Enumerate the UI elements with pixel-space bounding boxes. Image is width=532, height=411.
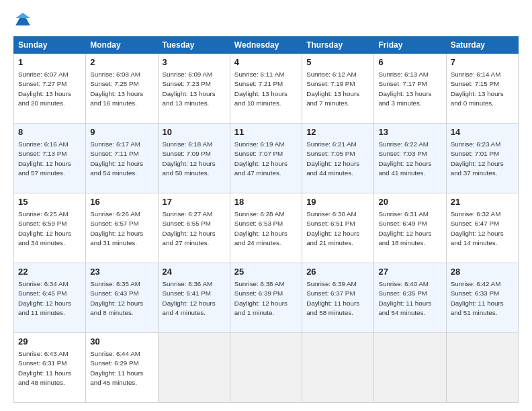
calendar-week-3: 15Sunrise: 6:25 AMSunset: 6:59 PMDayligh… — [14, 193, 519, 263]
day-info: Sunrise: 6:19 AMSunset: 7:07 PMDaylight:… — [234, 140, 287, 177]
day-number: 19 — [306, 196, 369, 209]
calendar-cell: 8Sunrise: 6:16 AMSunset: 7:13 PMDaylight… — [14, 124, 86, 193]
day-header-wednesday: Wednesday — [230, 37, 302, 54]
calendar-cell: 26Sunrise: 6:39 AMSunset: 6:37 PMDayligh… — [302, 263, 374, 333]
day-info: Sunrise: 6:23 AMSunset: 7:01 PMDaylight:… — [451, 140, 504, 177]
logo — [13, 11, 35, 30]
calendar-cell: 14Sunrise: 6:23 AMSunset: 7:01 PMDayligh… — [446, 124, 518, 193]
calendar-cell: 22Sunrise: 6:34 AMSunset: 6:45 PMDayligh… — [14, 263, 86, 333]
calendar-cell — [374, 333, 446, 403]
calendar-cell: 16Sunrise: 6:26 AMSunset: 6:57 PMDayligh… — [86, 193, 158, 263]
day-info: Sunrise: 6:40 AMSunset: 6:35 PMDaylight:… — [378, 280, 431, 317]
page: SundayMondayTuesdayWednesdayThursdayFrid… — [0, 0, 532, 411]
day-number: 25 — [234, 266, 298, 279]
day-number: 28 — [451, 266, 514, 279]
calendar-cell: 1Sunrise: 6:07 AMSunset: 7:27 PMDaylight… — [14, 54, 86, 124]
day-number: 24 — [163, 266, 226, 279]
day-number: 1 — [18, 56, 81, 69]
calendar-cell — [158, 333, 230, 403]
day-info: Sunrise: 6:17 AMSunset: 7:11 PMDaylight:… — [90, 140, 143, 177]
calendar-cell: 7Sunrise: 6:14 AMSunset: 7:15 PMDaylight… — [446, 54, 518, 124]
calendar-cell: 15Sunrise: 6:25 AMSunset: 6:59 PMDayligh… — [14, 193, 86, 263]
day-info: Sunrise: 6:39 AMSunset: 6:37 PMDaylight:… — [306, 280, 359, 317]
day-number: 26 — [306, 266, 369, 279]
day-info: Sunrise: 6:34 AMSunset: 6:45 PMDaylight:… — [18, 280, 71, 317]
calendar-cell: 13Sunrise: 6:22 AMSunset: 7:03 PMDayligh… — [374, 124, 446, 193]
calendar-cell: 5Sunrise: 6:12 AMSunset: 7:19 PMDaylight… — [302, 54, 374, 124]
calendar-cell: 12Sunrise: 6:21 AMSunset: 7:05 PMDayligh… — [302, 124, 374, 193]
calendar-cell — [302, 333, 374, 403]
day-info: Sunrise: 6:21 AMSunset: 7:05 PMDaylight:… — [306, 140, 359, 177]
day-number: 13 — [378, 126, 441, 139]
day-info: Sunrise: 6:13 AMSunset: 7:17 PMDaylight:… — [378, 71, 431, 107]
day-info: Sunrise: 6:16 AMSunset: 7:13 PMDaylight:… — [18, 140, 71, 177]
day-number: 12 — [306, 126, 369, 139]
svg-rect-1 — [19, 19, 27, 25]
day-header-friday: Friday — [374, 37, 446, 54]
calendar-cell: 28Sunrise: 6:42 AMSunset: 6:33 PMDayligh… — [446, 263, 518, 333]
calendar-week-2: 8Sunrise: 6:16 AMSunset: 7:13 PMDaylight… — [14, 124, 519, 193]
calendar-cell: 25Sunrise: 6:38 AMSunset: 6:39 PMDayligh… — [230, 263, 302, 333]
calendar-cell: 10Sunrise: 6:18 AMSunset: 7:09 PMDayligh… — [158, 124, 230, 193]
day-info: Sunrise: 6:25 AMSunset: 6:59 PMDaylight:… — [18, 210, 71, 247]
day-header-tuesday: Tuesday — [158, 37, 230, 54]
day-info: Sunrise: 6:22 AMSunset: 7:03 PMDaylight:… — [378, 140, 431, 177]
day-number: 3 — [163, 56, 226, 69]
calendar-cell: 30Sunrise: 6:44 AMSunset: 6:29 PMDayligh… — [86, 333, 158, 403]
day-info: Sunrise: 6:44 AMSunset: 6:29 PMDaylight:… — [90, 350, 143, 387]
day-number: 8 — [18, 126, 81, 139]
logo-icon — [13, 11, 32, 30]
day-info: Sunrise: 6:11 AMSunset: 7:21 PMDaylight:… — [234, 71, 287, 107]
calendar-cell: 21Sunrise: 6:32 AMSunset: 6:47 PMDayligh… — [446, 193, 518, 263]
day-info: Sunrise: 6:12 AMSunset: 7:19 PMDaylight:… — [306, 71, 359, 107]
day-info: Sunrise: 6:08 AMSunset: 7:25 PMDaylight:… — [90, 71, 143, 107]
day-info: Sunrise: 6:30 AMSunset: 6:51 PMDaylight:… — [306, 210, 359, 247]
day-number: 20 — [378, 196, 441, 209]
day-info: Sunrise: 6:36 AMSunset: 6:41 PMDaylight:… — [163, 280, 216, 317]
calendar-cell: 11Sunrise: 6:19 AMSunset: 7:07 PMDayligh… — [230, 124, 302, 193]
day-number: 27 — [378, 266, 441, 279]
day-number: 23 — [90, 266, 153, 279]
day-number: 16 — [90, 196, 153, 209]
calendar-cell: 18Sunrise: 6:28 AMSunset: 6:53 PMDayligh… — [230, 193, 302, 263]
day-number: 21 — [451, 196, 514, 209]
day-number: 4 — [234, 56, 298, 69]
day-number: 18 — [234, 196, 298, 209]
day-info: Sunrise: 6:42 AMSunset: 6:33 PMDaylight:… — [451, 280, 504, 317]
calendar-week-1: 1Sunrise: 6:07 AMSunset: 7:27 PMDaylight… — [14, 54, 519, 124]
day-header-monday: Monday — [86, 37, 158, 54]
day-number: 5 — [306, 56, 369, 69]
day-number: 22 — [18, 266, 81, 279]
calendar-cell: 6Sunrise: 6:13 AMSunset: 7:17 PMDaylight… — [374, 54, 446, 124]
day-info: Sunrise: 6:32 AMSunset: 6:47 PMDaylight:… — [451, 210, 504, 247]
day-number: 11 — [234, 126, 298, 139]
calendar-cell: 27Sunrise: 6:40 AMSunset: 6:35 PMDayligh… — [374, 263, 446, 333]
calendar-cell — [230, 333, 302, 403]
calendar-cell: 17Sunrise: 6:27 AMSunset: 6:55 PMDayligh… — [158, 193, 230, 263]
day-number: 9 — [90, 126, 153, 139]
day-number: 15 — [18, 196, 81, 209]
calendar-week-4: 22Sunrise: 6:34 AMSunset: 6:45 PMDayligh… — [14, 263, 519, 333]
calendar-header-row: SundayMondayTuesdayWednesdayThursdayFrid… — [14, 37, 519, 54]
calendar-cell: 9Sunrise: 6:17 AMSunset: 7:11 PMDaylight… — [86, 124, 158, 193]
day-header-thursday: Thursday — [302, 37, 374, 54]
day-number: 29 — [18, 336, 81, 349]
day-number: 10 — [163, 126, 226, 139]
calendar-cell: 20Sunrise: 6:31 AMSunset: 6:49 PMDayligh… — [374, 193, 446, 263]
day-info: Sunrise: 6:18 AMSunset: 7:09 PMDaylight:… — [163, 140, 216, 177]
calendar-cell: 3Sunrise: 6:09 AMSunset: 7:23 PMDaylight… — [158, 54, 230, 124]
day-info: Sunrise: 6:09 AMSunset: 7:23 PMDaylight:… — [163, 71, 216, 107]
day-info: Sunrise: 6:43 AMSunset: 6:31 PMDaylight:… — [18, 350, 71, 387]
calendar-cell: 4Sunrise: 6:11 AMSunset: 7:21 PMDaylight… — [230, 54, 302, 124]
day-info: Sunrise: 6:27 AMSunset: 6:55 PMDaylight:… — [163, 210, 216, 247]
calendar-cell: 23Sunrise: 6:35 AMSunset: 6:43 PMDayligh… — [86, 263, 158, 333]
day-number: 30 — [90, 336, 153, 349]
day-info: Sunrise: 6:07 AMSunset: 7:27 PMDaylight:… — [18, 71, 71, 107]
day-info: Sunrise: 6:14 AMSunset: 7:15 PMDaylight:… — [451, 71, 504, 107]
calendar-cell — [446, 333, 518, 403]
day-number: 2 — [90, 56, 153, 69]
day-info: Sunrise: 6:26 AMSunset: 6:57 PMDaylight:… — [90, 210, 143, 247]
calendar-table: SundayMondayTuesdayWednesdayThursdayFrid… — [13, 36, 519, 403]
day-info: Sunrise: 6:28 AMSunset: 6:53 PMDaylight:… — [234, 210, 287, 247]
calendar-cell: 2Sunrise: 6:08 AMSunset: 7:25 PMDaylight… — [86, 54, 158, 124]
